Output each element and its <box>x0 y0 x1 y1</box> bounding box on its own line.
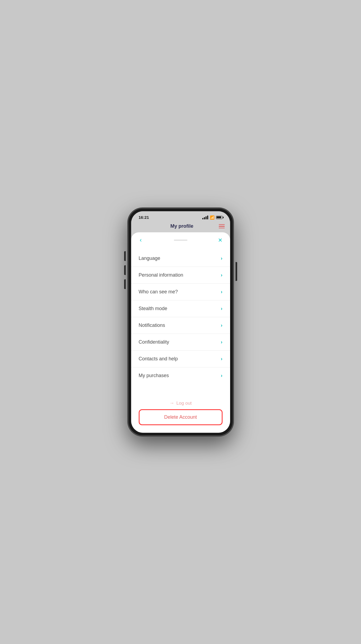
menu-label-my-purchases: My purchases <box>139 373 169 378</box>
menu-item-my-purchases[interactable]: My purchases› <box>131 367 230 384</box>
bottom-sheet: ‹ ✕ Language›Personal information›Who ca… <box>131 232 230 433</box>
chevron-icon-language: › <box>221 256 223 261</box>
logout-label: Log out <box>176 401 192 406</box>
page-title: My profile <box>145 223 219 229</box>
menu-label-notifications: Notifications <box>139 323 165 328</box>
chevron-icon-who-can-see-me: › <box>221 289 223 295</box>
phone-frame: 16:21 📶 My profile ‹ <box>128 208 233 436</box>
menu-label-contacts-and-help: Contacts and help <box>139 356 178 362</box>
status-icons: 📶 <box>202 215 223 220</box>
menu-label-personal-information: Personal information <box>139 272 183 278</box>
status-bar: 16:21 📶 <box>131 211 230 221</box>
delete-account-button[interactable]: Delete Account <box>139 409 223 425</box>
app-header: My profile <box>131 221 230 232</box>
back-button[interactable]: ‹ <box>137 237 145 244</box>
menu-item-who-can-see-me[interactable]: Who can see me?› <box>131 284 230 300</box>
sheet-handle <box>174 240 187 241</box>
hamburger-button[interactable] <box>219 224 225 229</box>
menu-label-stealth-mode: Stealth mode <box>139 306 167 311</box>
menu-label-who-can-see-me: Who can see me? <box>139 289 178 295</box>
logout-icon: → <box>169 400 174 406</box>
menu-item-confidentiality[interactable]: Confidentiality› <box>131 334 230 351</box>
sheet-handle-row: ‹ ✕ <box>131 232 230 246</box>
menu-label-language: Language <box>139 256 160 261</box>
menu-item-language[interactable]: Language› <box>131 250 230 267</box>
signal-icon <box>202 216 208 219</box>
chevron-icon-personal-information: › <box>221 272 223 278</box>
chevron-icon-confidentiality: › <box>221 339 223 345</box>
bottom-actions: → Log out Delete Account <box>131 396 230 427</box>
chevron-icon-contacts-and-help: › <box>221 356 223 362</box>
phone-screen: 16:21 📶 My profile ‹ <box>131 211 230 433</box>
menu-item-stealth-mode[interactable]: Stealth mode› <box>131 300 230 317</box>
logout-button[interactable]: → Log out <box>169 400 192 406</box>
close-button[interactable]: ✕ <box>216 237 225 243</box>
chevron-icon-notifications: › <box>221 323 223 328</box>
chevron-icon-stealth-mode: › <box>221 306 223 311</box>
battery-icon <box>216 216 223 219</box>
menu-item-personal-information[interactable]: Personal information› <box>131 267 230 284</box>
menu-item-notifications[interactable]: Notifications› <box>131 317 230 334</box>
menu-list: Language›Personal information›Who can se… <box>131 246 230 396</box>
menu-label-confidentiality: Confidentiality <box>139 339 169 345</box>
wifi-icon: 📶 <box>210 215 214 220</box>
menu-item-contacts-and-help[interactable]: Contacts and help› <box>131 351 230 367</box>
status-time: 16:21 <box>139 215 149 220</box>
chevron-icon-my-purchases: › <box>221 373 223 378</box>
